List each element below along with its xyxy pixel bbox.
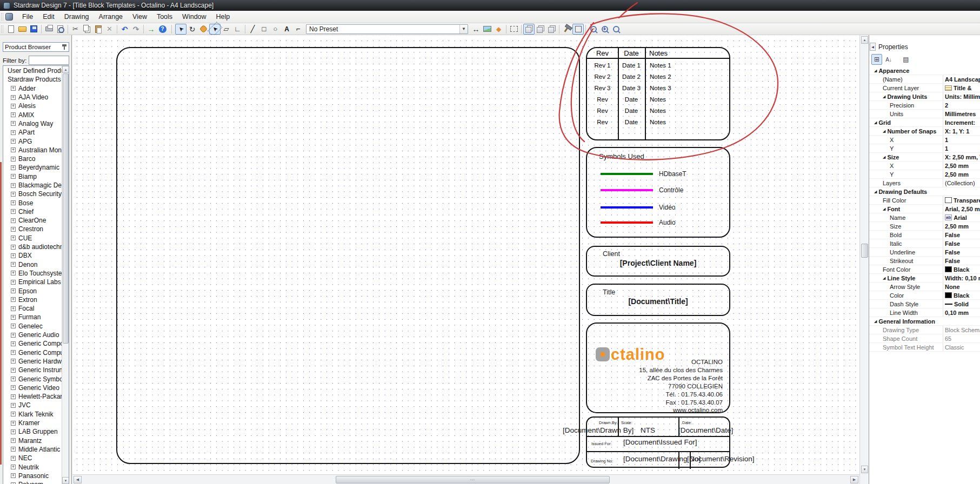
tree-item-generic-symbols[interactable]: +Generic Symbols	[3, 374, 62, 383]
property-value[interactable]: X: 2,50 mm, Y: 2,50 mm	[943, 153, 980, 161]
expand-icon[interactable]: +	[11, 447, 16, 452]
categorized-view-button[interactable]: ⊞	[871, 54, 882, 65]
tree-item-hewlett-packard[interactable]: +Hewlett-Packard	[3, 392, 62, 401]
open-button[interactable]	[17, 24, 28, 35]
tree-item-apg[interactable]: +APG	[3, 137, 62, 145]
expand-icon[interactable]: +	[11, 112, 16, 117]
line-tool-button[interactable]: ╱	[247, 24, 258, 35]
property-row-current-layer[interactable]: Current LayerTitle &	[869, 84, 980, 92]
new-document-button[interactable]	[5, 24, 17, 35]
property-value[interactable]: False	[943, 257, 980, 265]
tree-item-crestron[interactable]: +Crestron	[3, 225, 62, 233]
expand-icon[interactable]: +	[11, 245, 16, 250]
vertical-scrollbar[interactable]: ▲ ▼	[859, 35, 869, 484]
legend-entry[interactable]: Contrôle	[601, 186, 683, 194]
expand-icon[interactable]: +	[11, 227, 16, 232]
tree-item-middle-atlantic-products[interactable]: +Middle Atlantic Products	[3, 445, 62, 454]
property-row-units[interactable]: UnitsMillimetres	[869, 110, 980, 118]
angle-tool-button[interactable]: ∟	[232, 24, 243, 35]
print-button[interactable]	[43, 24, 55, 35]
property-value[interactable]: 65	[943, 334, 980, 342]
title-value[interactable]: [Document\Title]	[587, 297, 729, 306]
property-value[interactable]: 2,50 mm	[943, 170, 980, 178]
tree-item-bosch-security-systems[interactable]: +Bosch Security Systems	[3, 190, 62, 198]
property-value[interactable]: Millimetres	[943, 110, 980, 118]
property-row-layers[interactable]: Layers(Collection)	[869, 179, 980, 187]
expand-icon[interactable]: +	[11, 218, 16, 223]
property-row-font-color[interactable]: Font ColorBlack	[869, 265, 980, 274]
property-row-color[interactable]: ColorBlack	[869, 291, 980, 300]
expand-icon[interactable]: +	[11, 209, 16, 214]
tree-item-kramer[interactable]: +Kramer	[3, 419, 62, 427]
expand-icon[interactable]: +	[11, 412, 16, 416]
property-value[interactable]: 1	[943, 144, 980, 152]
tree-item-denon[interactable]: +Denon	[3, 260, 62, 269]
property-row-bold[interactable]: BoldFalse	[869, 231, 980, 239]
tree-item-jvc[interactable]: +JVC	[3, 401, 62, 409]
expand-arrow-icon[interactable]: ◢	[874, 319, 877, 324]
zoom-in-tool-button[interactable]: +	[599, 24, 610, 35]
tree-item-aja-video[interactable]: +AJA Video	[3, 93, 62, 102]
property-value[interactable]: 2,50 mm	[943, 222, 980, 230]
property-value[interactable]: 0,10 mm	[943, 308, 980, 317]
property-row-font[interactable]: ◢FontArial, 2,50 mm	[869, 205, 980, 213]
expand-icon[interactable]: +	[11, 341, 16, 346]
tree-item-focal[interactable]: +Focal	[3, 304, 62, 313]
menu-item-drawing[interactable]: Drawing	[59, 11, 94, 22]
property-row-underline[interactable]: UnderlineFalse	[869, 248, 980, 257]
revision-table[interactable]: RevDateNotes Rev 1Date 1Notes 1Rev 2Date…	[586, 47, 730, 140]
rotate-tool-button[interactable]: ↻	[186, 24, 198, 35]
tree-item-apart[interactable]: +APart	[3, 128, 62, 137]
tree-item-barco[interactable]: +Barco	[3, 154, 62, 163]
polyline-tool-button[interactable]: ⌐	[292, 24, 304, 35]
tree-item-chief[interactable]: +Chief	[3, 207, 62, 216]
menu-item-file[interactable]: File	[17, 11, 38, 22]
property-row-drawing-units[interactable]: ◢Drawing UnitsUnits: Millimetres	[869, 92, 980, 101]
expand-icon[interactable]: +	[11, 482, 16, 484]
property-row-number-of-snaps[interactable]: ◢Number of SnapsX: 1, Y: 1	[869, 127, 980, 136]
expand-icon[interactable]: +	[11, 157, 16, 162]
property-row-x[interactable]: X2,50 mm	[869, 162, 980, 170]
property-value[interactable]: abArial	[943, 213, 980, 221]
menu-item-edit[interactable]: Edit	[38, 11, 59, 22]
client-value[interactable]: [Project\Client Name]	[587, 259, 729, 267]
property-value[interactable]: A4 Landscape	[943, 75, 980, 83]
property-row-italic[interactable]: ItalicFalse	[869, 239, 980, 248]
tree-item-generic-instruments[interactable]: +Generic Instruments	[3, 366, 62, 374]
expand-icon[interactable]: +	[11, 174, 16, 179]
scroll-up-button[interactable]: ▲	[62, 66, 69, 73]
copy-button[interactable]	[81, 24, 92, 35]
property-row-symbol-text-height[interactable]: Symbol Text HeightClassic	[869, 343, 980, 352]
property-row-drawing-type[interactable]: Drawing TypeBlock Schematic	[869, 326, 980, 334]
expand-arrow-icon[interactable]: ◢	[874, 120, 877, 125]
expand-icon[interactable]: +	[11, 368, 16, 373]
property-value[interactable]: False	[943, 231, 980, 239]
expand-icon[interactable]: +	[11, 121, 16, 126]
legend-entry[interactable]: Audio	[601, 219, 676, 226]
preset-combobox[interactable]: No Preset▼	[306, 24, 468, 34]
horizontal-scrollbar[interactable]: ◀ ⋯ ▶	[72, 474, 859, 484]
property-value[interactable]: Solid	[943, 300, 980, 308]
zoom-out-tool-button[interactable]: −	[588, 24, 599, 35]
tree-item-australian-monitor[interactable]: +Australian Monitor	[3, 146, 62, 154]
tree-item-generic-computers[interactable]: +Generic Computers	[3, 348, 62, 357]
product-list-scrollbar[interactable]: ▲ ▼	[62, 66, 69, 484]
page-outline[interactable]	[116, 47, 580, 464]
redo-button[interactable]: ↷	[130, 24, 142, 35]
property-row-dash-style[interactable]: Dash StyleSolid	[869, 300, 980, 308]
table-row[interactable]: RevDateNotes	[587, 107, 729, 114]
table-row[interactable]: RevDateNotes	[587, 119, 729, 125]
expand-arrow-icon[interactable]: ◢	[874, 69, 877, 73]
image-tool-button[interactable]	[482, 24, 493, 35]
scroll-down-button[interactable]: ▼	[62, 477, 69, 484]
expand-icon[interactable]: +	[11, 359, 16, 364]
expand-arrow-icon[interactable]: ◢	[883, 207, 885, 211]
property-row-y[interactable]: Y1	[869, 144, 980, 153]
property-row--name-[interactable]: (Name)A4 Landscape	[869, 75, 980, 84]
expand-icon[interactable]: +	[11, 456, 16, 461]
tree-item-alesis[interactable]: +Alesis	[3, 102, 62, 110]
expand-arrow-icon[interactable]: ◢	[883, 129, 885, 133]
drawn-by-value[interactable]: [Document\Drawn By]	[563, 426, 634, 434]
tree-item-blackmagic-design[interactable]: +Blackmagic Design	[3, 181, 62, 190]
chevron-down-icon[interactable]: ▼	[459, 25, 468, 33]
